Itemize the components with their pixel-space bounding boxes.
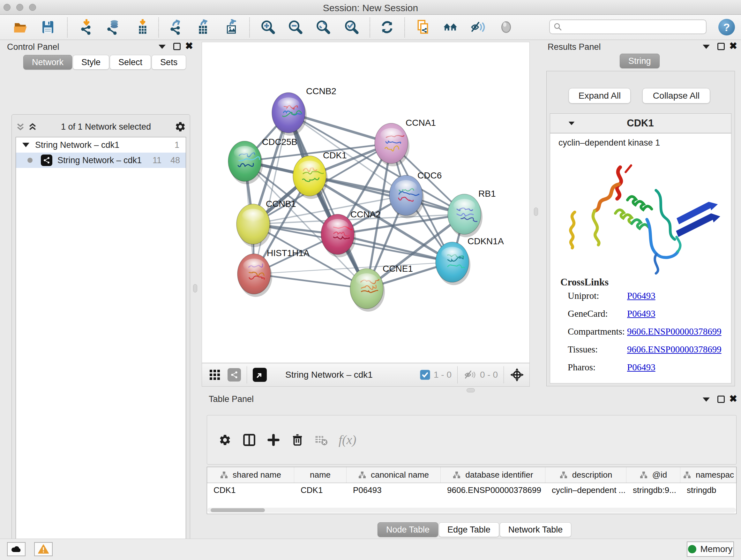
memory-button[interactable]: Memory: [687, 542, 734, 557]
collapse-all-icon[interactable]: [16, 123, 25, 131]
node-CDKN1A[interactable]: CDKN1A: [435, 236, 504, 285]
tree-expand-icon[interactable]: [22, 143, 29, 147]
network-graph[interactable]: CCNB2CCNA1CDC25BCDK1CDC6RB1CCNB1CCNA2CDK…: [202, 42, 529, 363]
scrollbar-thumb[interactable]: [211, 508, 265, 512]
results-panel-menu-icon[interactable]: [703, 45, 710, 49]
table-tabs: Node TableEdge TableNetwork Table: [378, 522, 572, 537]
expand-all-icon[interactable]: [28, 123, 37, 131]
import-table-button[interactable]: [134, 19, 151, 36]
node-RB1[interactable]: RB1: [448, 189, 495, 237]
zoom-fit-button[interactable]: [315, 19, 332, 36]
cell-description[interactable]: cyclin–dependent ...: [545, 483, 626, 497]
column-header-shared-name[interactable]: shared name: [207, 467, 294, 483]
cell-database-identifier[interactable]: 9606.ENSP00000378699: [441, 483, 545, 497]
node-CCNB2[interactable]: CCNB2: [272, 86, 336, 136]
crosslink-tissues-link[interactable]: 9606.ENSP00000378699: [627, 344, 722, 355]
eye-disabled-button[interactable]: [498, 19, 515, 36]
cloud-button[interactable]: [7, 542, 25, 556]
right-splitter-handle[interactable]: [534, 207, 538, 216]
cell-name[interactable]: CDK1: [294, 483, 347, 497]
left-splitter-handle[interactable]: [193, 284, 197, 293]
column-header-description[interactable]: description: [545, 467, 626, 483]
tab-string[interactable]: String: [620, 54, 660, 68]
export-image-button[interactable]: [223, 19, 240, 36]
column-header-database-identifier[interactable]: database identifier: [441, 467, 545, 483]
tab-network[interactable]: Network: [23, 55, 72, 70]
cell-shared-name[interactable]: CDK1: [207, 483, 294, 497]
tab-select[interactable]: Select: [110, 55, 151, 70]
copy-document-button[interactable]: [415, 19, 431, 36]
table-gear-icon[interactable]: [219, 434, 231, 446]
add-column-icon[interactable]: [266, 433, 280, 447]
grid-view-icon[interactable]: [209, 369, 220, 381]
zoom-selected-button[interactable]: [343, 19, 360, 36]
cell--id[interactable]: stringdb:9...: [626, 483, 680, 497]
crosslink-genecard-link[interactable]: P06493: [627, 308, 656, 319]
birdseye-view-icon[interactable]: [253, 368, 267, 382]
results-panel-float-icon[interactable]: [718, 43, 725, 50]
import-database-button[interactable]: [105, 19, 122, 36]
column-header-namespac[interactable]: namespac: [680, 467, 737, 483]
crosslink-uniprot-link[interactable]: P06493: [627, 291, 656, 301]
zoom-out-button[interactable]: [287, 19, 304, 36]
section-collapse-icon[interactable]: [569, 121, 575, 125]
crosslink-compartments-link[interactable]: 9606.ENSP00000378699: [627, 326, 722, 337]
search-input[interactable]: [562, 21, 706, 33]
crosslink-pharos-link[interactable]: P06493: [627, 362, 656, 373]
node-CCNE1[interactable]: CCNE1: [350, 264, 413, 312]
network-canvas[interactable]: CCNB2CCNA1CDC25BCDK1CDC6RB1CCNB1CCNA2CDK…: [202, 42, 530, 363]
hidden-eye-icon[interactable]: [463, 369, 477, 380]
table-horizontal-scrollbar[interactable]: [207, 508, 736, 513]
node-CDC6[interactable]: CDC6: [389, 171, 442, 219]
refresh-button[interactable]: [379, 19, 395, 36]
node-label-CDK1: CDK1: [323, 150, 347, 160]
tab-network-table[interactable]: Network Table: [500, 522, 571, 537]
open-session-button[interactable]: [13, 19, 29, 36]
column-header-name[interactable]: name: [294, 467, 347, 483]
cell-canonical-name[interactable]: P06493: [347, 483, 441, 497]
control-panel-menu-icon[interactable]: [158, 45, 165, 49]
tab-edge-table[interactable]: Edge Table: [439, 522, 499, 537]
network-row-selected[interactable]: String Network – cdk1 11 48: [16, 152, 186, 168]
node-CDC25B[interactable]: CDC25B: [228, 137, 297, 184]
export-network-button[interactable]: [167, 19, 184, 36]
cdk1-section-header[interactable]: CDK1: [550, 113, 731, 133]
delete-column-icon[interactable]: [291, 433, 304, 447]
tab-style[interactable]: Style: [73, 55, 109, 70]
pan-crosshair-icon[interactable]: [510, 368, 524, 382]
node-table[interactable]: shared namenamecanonical namedatabase id…: [207, 467, 737, 514]
home-networks-button[interactable]: [442, 19, 459, 36]
column-header-canonical-name[interactable]: canonical name: [347, 467, 441, 483]
node-label-RB1: RB1: [478, 189, 495, 199]
node-CCNA2[interactable]: CCNA2: [321, 209, 381, 257]
cell-namespac[interactable]: stringdb: [680, 483, 737, 497]
show-columns-icon[interactable]: [242, 433, 256, 447]
save-session-button[interactable]: [40, 19, 56, 36]
expand-all-button[interactable]: Expand All: [569, 88, 630, 104]
help-button[interactable]: ?: [718, 19, 735, 36]
table-panel-close-icon[interactable]: ✖: [729, 395, 737, 402]
collapse-all-button[interactable]: Collapse All: [643, 88, 710, 104]
table-panel-menu-icon[interactable]: [703, 397, 710, 401]
node-CCNA1[interactable]: CCNA1: [375, 118, 436, 166]
edge-CCNB2-CCNE1[interactable]: [288, 113, 367, 289]
gear-icon[interactable]: [175, 121, 186, 132]
tab-sets[interactable]: Sets: [151, 55, 186, 70]
selected-checkbox-icon[interactable]: [420, 369, 430, 380]
network-icon: [41, 154, 52, 166]
tab-node-table[interactable]: Node Table: [378, 522, 438, 537]
results-panel-close-icon[interactable]: ✖: [729, 42, 737, 50]
control-panel-close-icon[interactable]: ✖: [185, 42, 193, 50]
import-network-button[interactable]: [78, 19, 95, 36]
network-collection-row[interactable]: String Network – cdk1 1: [16, 137, 186, 152]
table-panel-float-icon[interactable]: [718, 395, 725, 403]
search-box[interactable]: [549, 19, 706, 34]
column-header--id[interactable]: @id: [626, 467, 680, 483]
hide-panel-button[interactable]: [469, 19, 486, 36]
control-panel-float-icon[interactable]: [173, 43, 181, 50]
table-row[interactable]: CDK1CDK1P064939606.ENSP00000378699cyclin…: [207, 483, 736, 497]
warning-button[interactable]: [34, 542, 53, 556]
network-view-icon[interactable]: [227, 368, 241, 381]
zoom-in-button[interactable]: [260, 19, 276, 36]
export-table-button[interactable]: [195, 19, 212, 36]
